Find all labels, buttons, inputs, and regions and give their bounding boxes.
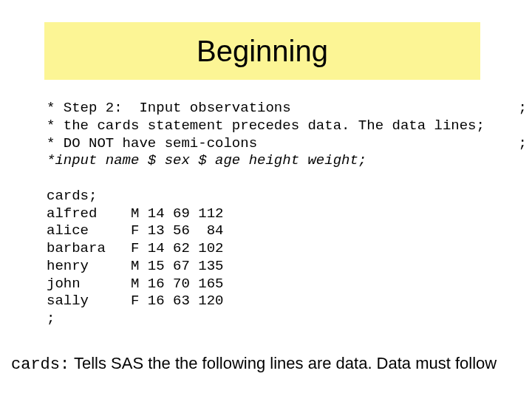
slide-title: Beginning [197,35,328,68]
cards-statement: cards; [47,188,97,204]
footer-text: Tells SAS the the following lines are da… [69,354,497,372]
data-row: henry M 15 67 135 [47,258,223,274]
slide: Beginning * Step 2: Input observations ;… [0,0,532,399]
terminating-semicolon: ; [47,310,55,327]
input-statement: *input name $ sex $ age height weight; [47,152,366,168]
data-row: alice F 13 56 84 [47,222,223,239]
footer-keyword: cards: [11,355,69,374]
footer-note: cards: Tells SAS the the following lines… [11,354,528,374]
data-row: barbara F 14 62 102 [47,240,223,256]
data-row: alfred M 14 69 112 [47,205,223,222]
comment-line-1: * Step 2: Input observations ; [47,100,527,116]
comment-line-3: * DO NOT have semi-colons ; [47,135,527,151]
comment-line-2: * the cards statement precedes data. The… [47,117,485,134]
data-row: john M 16 70 165 [47,276,223,292]
code-block: * Step 2: Input observations ; * the car… [47,100,490,328]
title-box: Beginning [44,22,480,80]
data-row: sally F 16 63 120 [47,293,223,309]
